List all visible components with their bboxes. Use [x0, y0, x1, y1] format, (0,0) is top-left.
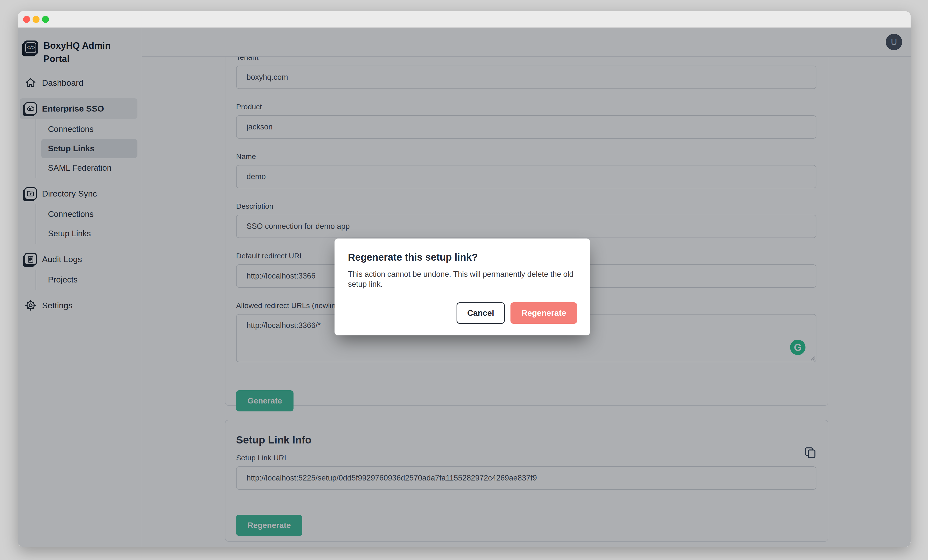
confirm-regenerate-button[interactable]: Regenerate	[510, 302, 577, 324]
zoom-window-button[interactable]	[42, 16, 49, 23]
cancel-button[interactable]: Cancel	[456, 302, 505, 324]
dialog-actions: Cancel Regenerate	[456, 302, 577, 324]
dialog-message: This action cannot be undone. This will …	[348, 269, 577, 289]
dialog-title: Regenerate this setup link?	[348, 252, 577, 263]
window-titlebar	[18, 11, 911, 27]
browser-viewport: </> BoxyHQ Admin Portal Dashboard	[18, 27, 911, 547]
regenerate-confirm-dialog: Regenerate this setup link? This action …	[334, 238, 590, 336]
app-window: </> BoxyHQ Admin Portal Dashboard	[18, 11, 911, 547]
minimize-window-button[interactable]	[32, 16, 40, 23]
close-window-button[interactable]	[23, 16, 30, 23]
